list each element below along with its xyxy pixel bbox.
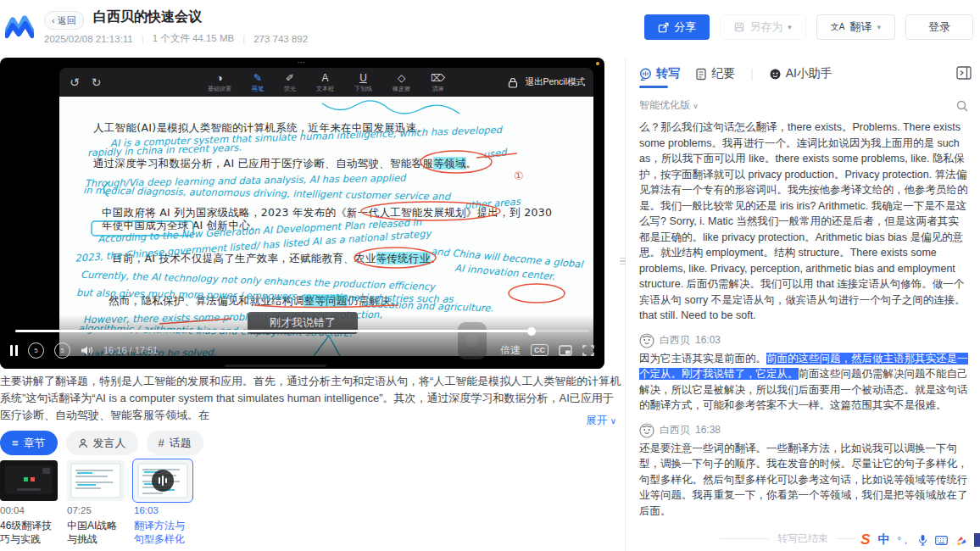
chapter-thumb-3[interactable]	[134, 460, 192, 501]
chapter-title[interactable]: 46级翻译技巧与实践	[0, 519, 67, 546]
tool-eraser[interactable]: ◇ 橡皮擦	[393, 73, 410, 92]
caret-down-icon: ▾	[877, 23, 881, 31]
transcript-paragraph[interactable]: 还是要注意一些词的翻译。一些翻译方法，比如说我可以调换一下句型，调换一下句子的顺…	[639, 441, 968, 520]
circled-number: ①	[514, 170, 524, 182]
tool-underline[interactable]: U 下划线	[354, 73, 372, 92]
handwriting-line: used	[482, 146, 507, 160]
speaker-name[interactable]: 白西贝	[660, 332, 690, 348]
progress-knob[interactable]	[527, 327, 536, 336]
filter-topics[interactable]: # 话题	[147, 431, 203, 455]
recording-dot	[596, 62, 599, 65]
back-button[interactable]: ‹ 返回	[44, 11, 84, 30]
tool-text[interactable]: A 文本框	[316, 73, 334, 92]
exit-pencil-mode-button[interactable]: 退出Pencil模式	[525, 76, 585, 88]
tool-clear[interactable]: ⌦ 清屏	[431, 73, 445, 92]
pause-button[interactable]	[10, 345, 18, 356]
speaker-name[interactable]: 白西贝	[660, 422, 690, 438]
chapter-thumbnails	[0, 460, 192, 501]
person-icon	[78, 438, 88, 448]
forward-5s-button[interactable]: 5	[54, 342, 70, 359]
chapter-thumb-1[interactable]	[0, 460, 58, 501]
home-indicator	[225, 365, 326, 367]
underline-icon: U	[359, 73, 367, 84]
expand-link[interactable]: 展开 ∨	[581, 412, 616, 430]
chapter-filters: ≡ 章节 发言人 # 话题	[0, 431, 203, 455]
transcript-paragraph[interactable]: 么？那么我们这句话怎么翻译，there exists。Problems. The…	[639, 120, 968, 324]
chapter-title[interactable]: 中国AI战略与挑战	[67, 519, 134, 546]
fullscreen-icon[interactable]	[582, 345, 594, 356]
speaker-avatar	[639, 423, 654, 438]
chapter-title[interactable]: 翻译方法与句型多样化	[134, 519, 201, 546]
meeting-meta: 2025/02/08 21:13:11 | 1 个文件 44.15 MB | 2…	[44, 32, 308, 45]
palette-icon: ◑	[216, 73, 222, 84]
typed-line: 通过深度学习和数据分析，AI 已应用于医疗诊断、自动驾驶、智能客服等领域。	[93, 157, 476, 171]
ai-assistant-icon	[769, 68, 782, 81]
skin-palette-icon[interactable]	[955, 535, 966, 546]
keyboard-icon[interactable]	[935, 536, 948, 545]
active-tab-underline	[639, 86, 668, 88]
cc-button[interactable]: CC	[531, 344, 548, 356]
transcript-entry-header: 白西贝 16:03	[639, 333, 968, 348]
app-header: ‹ 返回 白西贝的快速会议 2025/02/08 21:13:11 | 1 个文…	[0, 0, 980, 53]
document-icon	[695, 68, 707, 81]
sogou-logo-icon[interactable]: S	[860, 532, 870, 548]
entry-timestamp[interactable]: 16:38	[695, 422, 721, 438]
save-as-button[interactable]: 另存为 ▾	[720, 14, 806, 40]
transcript-entry-header: 白西贝 16:38	[639, 423, 968, 438]
chapter-time[interactable]: 16:03	[134, 505, 201, 515]
pip-icon[interactable]	[559, 345, 572, 356]
ime-toolbar[interactable]: S 中 °，	[855, 531, 980, 549]
clear-board-icon: ⌦	[431, 73, 445, 84]
time-display: 16:16 / 17:51	[103, 345, 158, 355]
tab-minutes[interactable]: 纪要	[695, 66, 735, 81]
thumb-preview	[0, 460, 58, 501]
lock-icon[interactable]	[508, 77, 518, 88]
translate-icon: 文A	[831, 21, 845, 33]
ime-language-toggle[interactable]: 中	[878, 532, 890, 548]
transcript-body[interactable]: 么？那么我们这句话怎么翻译，there exists。Problems. The…	[639, 117, 968, 526]
menu-icon: ≡	[12, 437, 19, 449]
player-controls: 5 5 16:16 / 17:51 倍速 CC	[0, 314, 604, 369]
filter-speakers[interactable]: 发言人	[66, 431, 138, 455]
summary-text: 主要讲解了翻译题，特别是人工智能的发展和应用。首先，通过分析主句和定语从句，将“…	[0, 375, 621, 421]
tab-transcribe[interactable]: 转写	[639, 66, 680, 81]
chapter-thumb-2[interactable]	[67, 460, 125, 501]
search-icon[interactable]	[956, 100, 968, 112]
tool-pen[interactable]: ✎ 画笔	[252, 73, 264, 92]
filter-chapters[interactable]: ≡ 章节	[0, 431, 58, 455]
clipped-ime-icon[interactable]	[974, 533, 980, 547]
share-button[interactable]: 分享	[644, 14, 710, 40]
transcribe-icon	[639, 68, 652, 81]
pen-icon: ✎	[253, 73, 262, 84]
rewind-5s-button[interactable]: 5	[28, 342, 44, 359]
ime-punctuation-toggle[interactable]: °，	[898, 534, 910, 547]
collapse-panel-icon[interactable]	[956, 66, 972, 80]
speed-button[interactable]: 倍速	[500, 343, 521, 358]
meeting-id: 273 743 892	[253, 34, 308, 44]
volume-icon[interactable]	[81, 345, 93, 356]
redo-icon[interactable]: ↻	[92, 75, 102, 89]
entry-timestamp[interactable]: 16:03	[695, 332, 721, 348]
playing-indicator-icon	[152, 470, 174, 492]
more-dots-icon: ⋯	[0, 58, 604, 67]
tool-highlighter[interactable]: ✐ 荧光	[284, 73, 296, 92]
version-dropdown[interactable]: 智能优化版 ∨	[639, 98, 699, 113]
highlighter-icon: ✐	[286, 73, 294, 84]
progress-bar[interactable]	[15, 330, 589, 332]
chapter-time[interactable]: 07:25	[67, 505, 134, 515]
hash-icon: #	[159, 437, 164, 449]
pencil-toolbar: ↺ ↻ ◑ 基础设置 ✎ 画笔 ✐ 荧光 A 文本框 U 下划线	[59, 68, 593, 97]
video-player[interactable]: ⋯ ↺ ↻ ◑ 基础设置 ✎ 画笔 ✐ 荧光 A 文本框 U	[0, 58, 604, 369]
caret-down-icon: ▾	[788, 23, 792, 31]
translate-button[interactable]: 文A 翻译 ▾	[816, 14, 895, 40]
login-button[interactable]: 登录	[905, 14, 973, 40]
chapter-time[interactable]: 00:04	[0, 505, 67, 515]
thumb-preview	[67, 460, 125, 501]
undo-icon[interactable]: ↺	[70, 75, 80, 89]
tool-settings[interactable]: ◑ 基础设置	[208, 73, 231, 92]
transcript-panel: 转写 纪要 | AI小助手 智能优化版 ∨	[626, 58, 980, 551]
transcript-paragraph[interactable]: 因为它主语其实是前面的。前面的这些问题，然后做主语那其实还是一个定从。刚才我说错…	[639, 351, 968, 414]
share-icon	[658, 22, 669, 33]
tab-ai-assistant[interactable]: AI小助手	[769, 66, 832, 81]
mic-icon[interactable]	[918, 534, 927, 546]
